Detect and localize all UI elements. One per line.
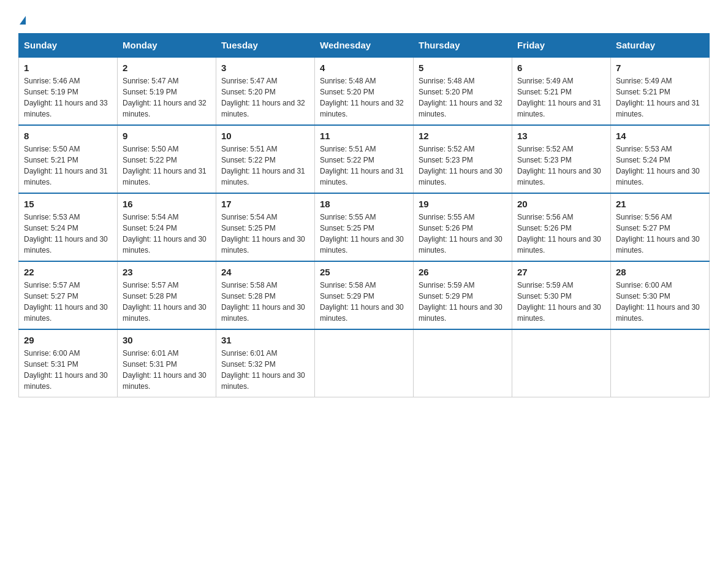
day-number: 4 <box>320 63 408 73</box>
day-number: 5 <box>419 63 507 73</box>
day-info: Sunrise: 5:50 AMSunset: 5:21 PMDaylight:… <box>24 144 112 188</box>
day-number: 27 <box>517 267 605 277</box>
day-number: 7 <box>616 63 704 73</box>
calendar-cell: 18Sunrise: 5:55 AMSunset: 5:25 PMDayligh… <box>315 193 414 261</box>
day-info: Sunrise: 5:51 AMSunset: 5:22 PMDaylight:… <box>320 144 408 188</box>
day-info: Sunrise: 5:48 AMSunset: 5:20 PMDaylight:… <box>320 75 408 120</box>
day-info: Sunrise: 5:55 AMSunset: 5:25 PMDaylight:… <box>320 212 408 256</box>
page-header <box>18 12 710 27</box>
calendar-cell: 9Sunrise: 5:50 AMSunset: 5:22 PMDaylight… <box>118 125 216 193</box>
calendar-cell: 31Sunrise: 6:01 AMSunset: 5:32 PMDayligh… <box>216 329 315 397</box>
day-number: 17 <box>221 199 309 209</box>
calendar-cell: 6Sunrise: 5:49 AMSunset: 5:21 PMDaylight… <box>512 57 611 125</box>
day-info: Sunrise: 6:00 AMSunset: 5:31 PMDaylight:… <box>24 348 112 392</box>
day-info: Sunrise: 5:59 AMSunset: 5:30 PMDaylight:… <box>517 280 605 324</box>
day-number: 22 <box>24 267 112 277</box>
day-number: 10 <box>221 131 309 141</box>
day-number: 13 <box>517 131 605 141</box>
calendar-cell: 2Sunrise: 5:47 AMSunset: 5:19 PMDaylight… <box>118 57 216 125</box>
day-info: Sunrise: 5:46 AMSunset: 5:19 PMDaylight:… <box>24 75 112 120</box>
logo-triangle-icon <box>20 16 26 25</box>
calendar-header-saturday: Saturday <box>611 34 710 58</box>
calendar-cell: 23Sunrise: 5:57 AMSunset: 5:28 PMDayligh… <box>118 261 216 329</box>
calendar-cell <box>611 329 710 397</box>
day-info: Sunrise: 5:47 AMSunset: 5:20 PMDaylight:… <box>221 75 309 120</box>
day-info: Sunrise: 5:49 AMSunset: 5:21 PMDaylight:… <box>616 75 704 120</box>
day-number: 18 <box>320 199 408 209</box>
day-number: 26 <box>419 267 507 277</box>
calendar-header-monday: Monday <box>118 34 216 58</box>
day-info: Sunrise: 5:48 AMSunset: 5:20 PMDaylight:… <box>419 75 507 120</box>
day-number: 3 <box>221 63 309 73</box>
calendar-cell <box>315 329 414 397</box>
day-number: 12 <box>419 131 507 141</box>
day-number: 21 <box>616 199 704 209</box>
calendar-header-sunday: Sunday <box>19 34 118 58</box>
calendar-header-thursday: Thursday <box>414 34 512 58</box>
day-info: Sunrise: 5:51 AMSunset: 5:22 PMDaylight:… <box>221 144 309 188</box>
day-info: Sunrise: 5:59 AMSunset: 5:29 PMDaylight:… <box>419 280 507 324</box>
day-info: Sunrise: 5:57 AMSunset: 5:28 PMDaylight:… <box>123 280 211 324</box>
day-info: Sunrise: 5:57 AMSunset: 5:27 PMDaylight:… <box>24 280 112 324</box>
day-info: Sunrise: 5:47 AMSunset: 5:19 PMDaylight:… <box>123 75 211 120</box>
calendar-week-row-3: 15Sunrise: 5:53 AMSunset: 5:24 PMDayligh… <box>19 193 710 261</box>
day-info: Sunrise: 5:53 AMSunset: 5:24 PMDaylight:… <box>616 144 704 188</box>
day-info: Sunrise: 6:01 AMSunset: 5:31 PMDaylight:… <box>123 348 211 392</box>
calendar-header-wednesday: Wednesday <box>315 34 414 58</box>
calendar-header-row: SundayMondayTuesdayWednesdayThursdayFrid… <box>19 34 710 58</box>
calendar-header-friday: Friday <box>512 34 611 58</box>
calendar-cell <box>414 329 512 397</box>
day-info: Sunrise: 6:01 AMSunset: 5:32 PMDaylight:… <box>221 348 309 392</box>
day-number: 20 <box>517 199 605 209</box>
day-number: 1 <box>24 63 112 73</box>
day-number: 6 <box>517 63 605 73</box>
calendar-cell: 16Sunrise: 5:54 AMSunset: 5:24 PMDayligh… <box>118 193 216 261</box>
calendar-week-row-4: 22Sunrise: 5:57 AMSunset: 5:27 PMDayligh… <box>19 261 710 329</box>
day-number: 24 <box>221 267 309 277</box>
calendar-cell: 7Sunrise: 5:49 AMSunset: 5:21 PMDaylight… <box>611 57 710 125</box>
day-info: Sunrise: 5:53 AMSunset: 5:24 PMDaylight:… <box>24 212 112 256</box>
calendar-cell: 14Sunrise: 5:53 AMSunset: 5:24 PMDayligh… <box>611 125 710 193</box>
day-number: 30 <box>123 335 211 345</box>
calendar-cell: 15Sunrise: 5:53 AMSunset: 5:24 PMDayligh… <box>19 193 118 261</box>
calendar-cell: 19Sunrise: 5:55 AMSunset: 5:26 PMDayligh… <box>414 193 512 261</box>
calendar-cell: 29Sunrise: 6:00 AMSunset: 5:31 PMDayligh… <box>19 329 118 397</box>
calendar-cell: 10Sunrise: 5:51 AMSunset: 5:22 PMDayligh… <box>216 125 315 193</box>
day-info: Sunrise: 5:56 AMSunset: 5:26 PMDaylight:… <box>517 212 605 256</box>
day-number: 11 <box>320 131 408 141</box>
calendar-cell <box>512 329 611 397</box>
day-number: 31 <box>221 335 309 345</box>
day-number: 28 <box>616 267 704 277</box>
calendar-cell: 27Sunrise: 5:59 AMSunset: 5:30 PMDayligh… <box>512 261 611 329</box>
day-number: 25 <box>320 267 408 277</box>
day-number: 15 <box>24 199 112 209</box>
calendar-cell: 12Sunrise: 5:52 AMSunset: 5:23 PMDayligh… <box>414 125 512 193</box>
day-info: Sunrise: 5:52 AMSunset: 5:23 PMDaylight:… <box>419 144 507 188</box>
day-info: Sunrise: 5:49 AMSunset: 5:21 PMDaylight:… <box>517 75 605 120</box>
calendar-cell: 22Sunrise: 5:57 AMSunset: 5:27 PMDayligh… <box>19 261 118 329</box>
day-number: 8 <box>24 131 112 141</box>
calendar-cell: 24Sunrise: 5:58 AMSunset: 5:28 PMDayligh… <box>216 261 315 329</box>
day-info: Sunrise: 5:58 AMSunset: 5:28 PMDaylight:… <box>221 280 309 324</box>
logo <box>18 12 26 27</box>
day-info: Sunrise: 5:55 AMSunset: 5:26 PMDaylight:… <box>419 212 507 256</box>
day-info: Sunrise: 6:00 AMSunset: 5:30 PMDaylight:… <box>616 280 704 324</box>
calendar-week-row-5: 29Sunrise: 6:00 AMSunset: 5:31 PMDayligh… <box>19 329 710 397</box>
calendar-cell: 20Sunrise: 5:56 AMSunset: 5:26 PMDayligh… <box>512 193 611 261</box>
day-info: Sunrise: 5:56 AMSunset: 5:27 PMDaylight:… <box>616 212 704 256</box>
calendar-week-row-2: 8Sunrise: 5:50 AMSunset: 5:21 PMDaylight… <box>19 125 710 193</box>
calendar-cell: 3Sunrise: 5:47 AMSunset: 5:20 PMDaylight… <box>216 57 315 125</box>
calendar-cell: 25Sunrise: 5:58 AMSunset: 5:29 PMDayligh… <box>315 261 414 329</box>
calendar-cell: 17Sunrise: 5:54 AMSunset: 5:25 PMDayligh… <box>216 193 315 261</box>
calendar-cell: 13Sunrise: 5:52 AMSunset: 5:23 PMDayligh… <box>512 125 611 193</box>
day-number: 29 <box>24 335 112 345</box>
calendar-cell: 5Sunrise: 5:48 AMSunset: 5:20 PMDaylight… <box>414 57 512 125</box>
day-info: Sunrise: 5:52 AMSunset: 5:23 PMDaylight:… <box>517 144 605 188</box>
calendar-cell: 28Sunrise: 6:00 AMSunset: 5:30 PMDayligh… <box>611 261 710 329</box>
calendar-cell: 4Sunrise: 5:48 AMSunset: 5:20 PMDaylight… <box>315 57 414 125</box>
calendar-week-row-1: 1Sunrise: 5:46 AMSunset: 5:19 PMDaylight… <box>19 57 710 125</box>
calendar-cell: 11Sunrise: 5:51 AMSunset: 5:22 PMDayligh… <box>315 125 414 193</box>
day-number: 23 <box>123 267 211 277</box>
calendar-table: SundayMondayTuesdayWednesdayThursdayFrid… <box>18 33 710 397</box>
day-info: Sunrise: 5:58 AMSunset: 5:29 PMDaylight:… <box>320 280 408 324</box>
